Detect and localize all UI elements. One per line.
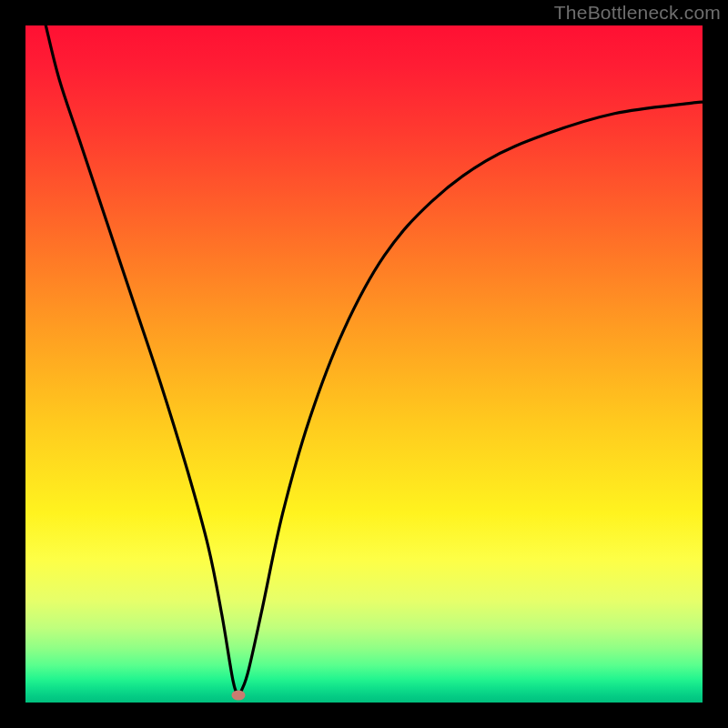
watermark-text: TheBottleneck.com	[554, 2, 721, 24]
plot-area	[25, 25, 703, 703]
optimal-point-marker	[232, 690, 246, 700]
bottleneck-curve	[25, 25, 703, 703]
chart-frame: TheBottleneck.com	[0, 0, 728, 728]
